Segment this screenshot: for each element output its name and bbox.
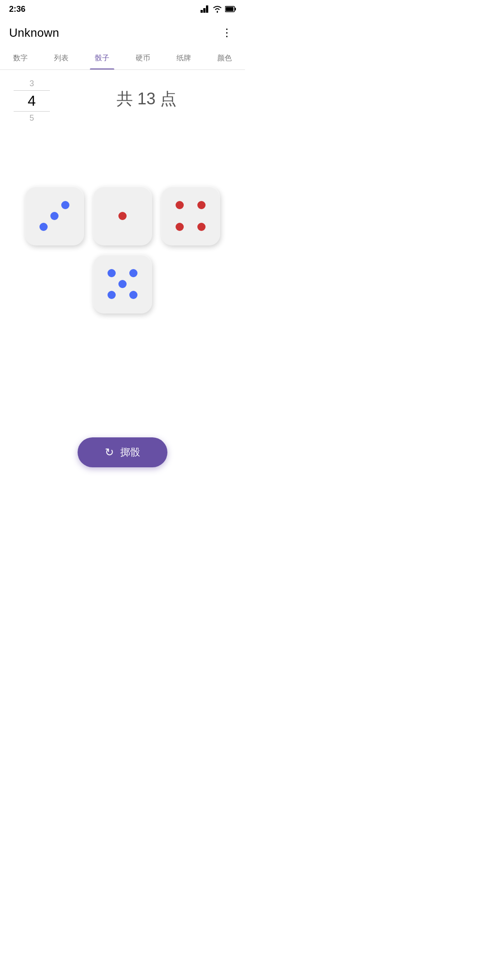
wifi-icon — [212, 5, 222, 13]
tab-list[interactable]: 列表 — [41, 47, 82, 69]
dice-area — [9, 159, 236, 332]
dot — [129, 269, 137, 277]
die-3-dots — [170, 196, 211, 236]
roll-button-label: 掷骰 — [120, 446, 140, 459]
tab-coin[interactable]: 硬币 — [122, 47, 163, 69]
svg-marker-0 — [201, 10, 203, 13]
roll-button-container: ↻ 掷骰 — [0, 419, 245, 490]
die-4[interactable] — [93, 255, 152, 314]
die-1[interactable] — [25, 186, 84, 245]
die-4-dots — [102, 264, 143, 304]
die-1-dots — [34, 196, 75, 236]
svg-marker-1 — [203, 8, 206, 13]
die-3[interactable] — [161, 186, 220, 245]
dot — [176, 223, 184, 231]
tab-bar: 数字 列表 骰子 硬币 纸牌 颜色 — [0, 47, 245, 70]
total-score: 共 13 点 — [117, 88, 176, 110]
dot — [118, 280, 127, 288]
picker-current: 4 — [14, 91, 50, 111]
dot — [108, 291, 116, 299]
tab-cards[interactable]: 纸牌 — [163, 47, 204, 69]
roll-icon: ↻ — [105, 446, 114, 459]
die-2-dots — [102, 196, 143, 236]
status-icons — [201, 5, 236, 13]
svg-rect-4 — [226, 7, 234, 11]
svg-marker-2 — [206, 5, 208, 13]
die-2[interactable] — [93, 186, 152, 245]
dot — [39, 223, 48, 231]
dot — [197, 201, 206, 209]
svg-rect-5 — [235, 8, 236, 10]
tab-color[interactable]: 颜色 — [204, 47, 245, 69]
main-content: 3 4 5 共 13 点 — [0, 70, 245, 341]
app-title: Unknown — [9, 26, 59, 40]
more-menu-button[interactable]: ⋮ — [218, 24, 236, 42]
dot — [108, 269, 116, 277]
dot — [50, 212, 59, 220]
picker-below: 5 — [14, 111, 50, 123]
status-bar: 2:36 — [0, 0, 245, 18]
dice-count-picker[interactable]: 3 4 5 — [14, 79, 50, 123]
dot — [118, 212, 127, 220]
battery-icon — [225, 6, 236, 12]
dot — [129, 291, 137, 299]
more-dots-icon: ⋮ — [221, 27, 232, 38]
status-time: 2:36 — [9, 5, 25, 14]
app-bar: Unknown ⋮ — [0, 18, 245, 47]
dot — [176, 201, 184, 209]
dot — [197, 223, 206, 231]
picker-above: 3 — [14, 79, 50, 91]
tab-dice[interactable]: 骰子 — [82, 47, 122, 69]
roll-button[interactable]: ↻ 掷骰 — [78, 437, 167, 467]
signal-icon — [201, 5, 210, 13]
tab-numbers[interactable]: 数字 — [0, 47, 41, 69]
dot — [61, 201, 69, 209]
app-root: 2:36 Unknown ⋮ — [0, 0, 245, 490]
